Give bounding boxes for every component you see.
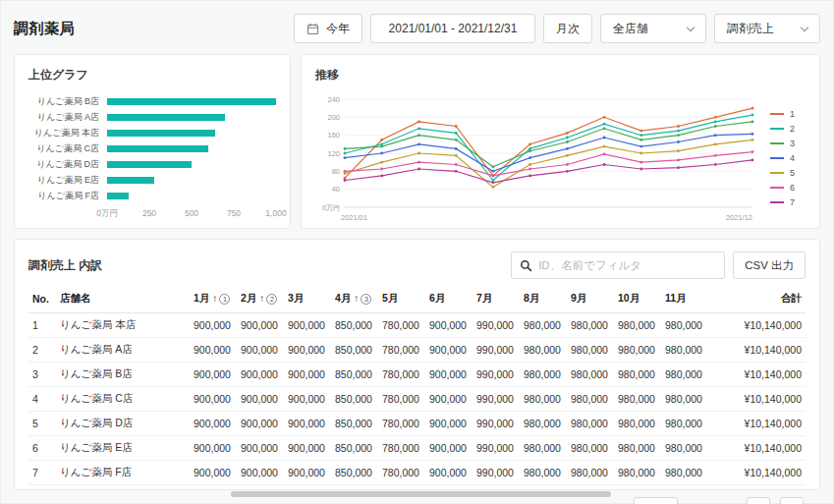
bar-row: りんご薬局 B店 (28, 93, 276, 109)
month-value-cell: 900,000 (425, 387, 473, 412)
column-header-label: 2月 (241, 292, 256, 304)
bar (107, 98, 276, 105)
date-range-value: 2021/01/01 - 2021/12/31 (389, 22, 518, 35)
granularity-button[interactable]: 月次 (543, 14, 592, 43)
bar-axis-row: 0万円2505007501,000 (28, 208, 276, 220)
month-value-cell: 900,000 (425, 338, 473, 363)
month-value-cell: 900,000 (237, 461, 284, 485)
metric-filter-select[interactable]: 調剤売上 (714, 14, 820, 43)
month-value-cell: 900,000 (237, 363, 284, 387)
table-row: 5りんご薬局 D店900,000900,000900,000850,000780… (28, 412, 806, 436)
bar-track (107, 114, 276, 121)
column-header[interactable]: 合計 (708, 288, 806, 313)
month-value-cell: 900,000 (190, 461, 237, 485)
month-value-cell: 980,000 (661, 461, 708, 485)
axis-tick-label: 0万円 (96, 208, 118, 220)
column-header[interactable]: 4月↑3 (331, 288, 378, 313)
csv-export-button[interactable]: CSV 出力 (733, 252, 806, 279)
column-header[interactable]: 2月↑2 (237, 288, 284, 313)
month-value-cell: 900,000 (190, 412, 237, 436)
row-number-cell: 2 (28, 338, 56, 363)
axis-tick-label: 250 (142, 208, 156, 218)
table-row: 4りんご薬局 C店900,000900,000900,000850,000780… (28, 387, 806, 412)
store-name-cell: りんご薬局 C店 (56, 387, 190, 412)
legend-swatch (770, 113, 784, 115)
column-header-label: 4月 (335, 292, 351, 304)
column-header[interactable]: 8月 (520, 288, 567, 313)
filter-search-box (511, 252, 725, 279)
month-value-cell: 980,000 (567, 412, 614, 436)
date-range-input[interactable]: 2021/01/01 - 2021/12/31 (370, 14, 535, 43)
column-header[interactable]: 3月 (284, 288, 331, 313)
column-header[interactable]: 9月 (567, 288, 614, 313)
legend-label: 2 (790, 124, 795, 134)
legend-item: 5 (770, 168, 800, 178)
column-header[interactable]: 1月↑1 (190, 288, 237, 313)
table-header-bar: 調剤売上 内訳 CSV 出力 (28, 252, 806, 279)
bar-track (107, 130, 276, 137)
column-header[interactable]: 6月 (425, 288, 473, 313)
horizontal-scrollbar-thumb[interactable] (231, 491, 612, 497)
sales-breakdown-card: 調剤売上 内訳 CSV 出力 No.店舗名1月↑12月↑23月4月↑35月6月7… (14, 239, 820, 490)
bar-axis: 0万円2505007501,000 (107, 208, 276, 220)
column-header-label: 11月 (665, 292, 687, 304)
month-value-cell: 980,000 (614, 363, 661, 387)
sort-ascending-icon: ↑ (259, 293, 264, 304)
svg-text:200: 200 (327, 113, 340, 122)
column-header[interactable]: 7月 (473, 288, 520, 313)
axis-tick-label: 1,000 (265, 208, 286, 218)
row-number-cell: 7 (28, 461, 56, 485)
next-page-button[interactable] (780, 497, 804, 504)
month-value-cell: 900,000 (425, 461, 473, 485)
month-value-cell: 980,000 (567, 338, 614, 363)
legend-item: 1 (770, 109, 800, 119)
column-header[interactable]: 11月 (661, 288, 708, 313)
bar-row: りんご薬局 E店 (28, 172, 276, 188)
row-number-cell: 6 (28, 436, 56, 461)
bar-label: りんご薬局 D店 (28, 158, 107, 171)
column-header[interactable]: 店舗名 (56, 288, 190, 313)
month-value-cell: 980,000 (661, 313, 708, 338)
month-value-cell: 850,000 (331, 313, 378, 338)
month-value-cell: 990,000 (473, 313, 520, 338)
svg-text:0万円: 0万円 (322, 204, 340, 211)
column-header-label: 9月 (571, 292, 586, 304)
legend-label: 7 (790, 197, 795, 207)
column-header-label: 6月 (429, 292, 445, 304)
month-value-cell: 980,000 (661, 338, 708, 363)
filter-search-input[interactable] (538, 259, 716, 271)
top-stores-bar-chart: りんご薬局 B店りんご薬局 A店りんご薬局 本店りんご薬局 C店りんご薬局 D店… (28, 93, 276, 220)
month-value-cell: 850,000 (331, 338, 378, 363)
bar-row: りんご薬局 D店 (28, 156, 276, 172)
column-header[interactable]: 5月 (378, 288, 425, 313)
previous-page-button[interactable] (747, 497, 770, 504)
rows-per-page-select[interactable]: 10 (634, 497, 678, 504)
legend-swatch (770, 157, 784, 159)
month-value-cell: 980,000 (614, 412, 661, 436)
column-header[interactable]: 10月 (614, 288, 661, 313)
bar (107, 145, 208, 152)
bar-track (107, 177, 276, 184)
bar-row: りんご薬局 C店 (28, 140, 276, 156)
month-value-cell: 980,000 (567, 461, 614, 485)
axis-tick-label: 750 (227, 208, 241, 218)
month-value-cell: 850,000 (331, 412, 378, 436)
store-filter-select[interactable]: 全店舗 (600, 14, 706, 43)
month-value-cell: 900,000 (190, 387, 237, 412)
legend-label: 5 (790, 168, 795, 178)
month-value-cell: 990,000 (473, 436, 520, 461)
bar (107, 114, 225, 121)
legend-label: 1 (790, 109, 795, 119)
period-preset-button[interactable]: 今年 (294, 14, 362, 43)
legend-item: 4 (770, 153, 800, 163)
column-header-label: 1月 (194, 292, 209, 304)
page-title: 調剤薬局 (14, 20, 75, 38)
table-title: 調剤売上 内訳 (28, 257, 102, 274)
month-value-cell: 900,000 (284, 387, 331, 412)
total-cell: ¥10,140,000 (708, 412, 806, 436)
month-value-cell: 780,000 (378, 436, 425, 461)
month-value-cell: 900,000 (425, 412, 473, 436)
month-value-cell: 980,000 (614, 461, 661, 485)
column-header[interactable]: No. (28, 288, 56, 313)
bar (107, 177, 154, 184)
